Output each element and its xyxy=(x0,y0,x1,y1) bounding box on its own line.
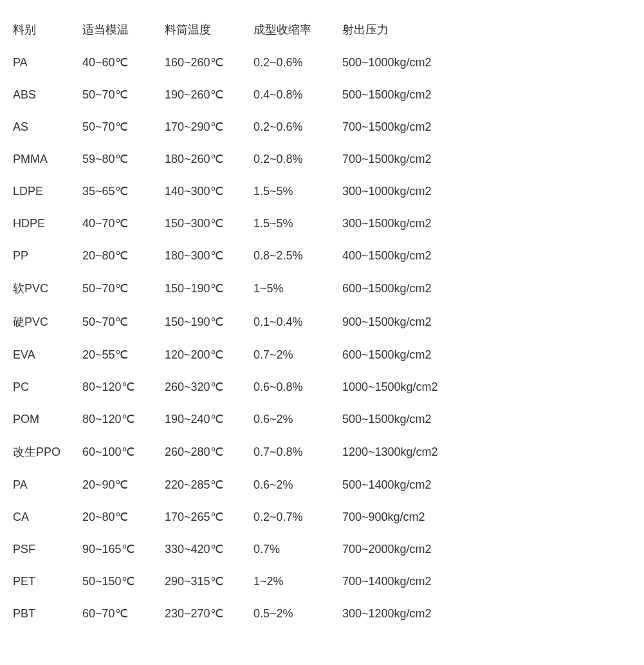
table-row: PP20~80℃180~300℃0.8~2.5%400~1500kg/cm2 xyxy=(13,239,476,272)
cell-material: PP xyxy=(13,239,82,272)
header-barrel-temp: 料筒温度 xyxy=(165,13,253,46)
cell-material: LDPE xyxy=(13,175,82,207)
cell-mold-temp: 20~90℃ xyxy=(82,469,165,501)
cell-mold-temp: 50~70℃ xyxy=(82,305,165,339)
table-row: 硬PVC50~70℃150~190℃0.1~0.4%900~1500kg/cm2 xyxy=(13,305,476,339)
table-row: HDPE40~70℃150~300℃1.5~5%300~1500kg/cm2 xyxy=(13,207,476,239)
table-row: PA40~60℃160~260℃0.2~0.6%500~1000kg/cm2 xyxy=(13,46,476,79)
table-row: 软PVC50~70℃150~190℃1~5%600~1500kg/cm2 xyxy=(13,272,476,305)
table-row: AS50~70℃170~290℃0.2~0.6%700~1500kg/cm2 xyxy=(13,111,476,143)
cell-barrel-temp: 330~420℃ xyxy=(165,533,253,565)
cell-shrinkage: 0.4~0.8% xyxy=(253,79,342,111)
cell-pressure: 700~1500kg/cm2 xyxy=(342,143,476,175)
cell-pressure: 700~2000kg/cm2 xyxy=(342,533,476,565)
cell-barrel-temp: 150~300℃ xyxy=(165,207,253,239)
table-row: PC80~120℃260~320℃0.6~0.8%1000~1500kg/cm2 xyxy=(13,371,476,403)
cell-mold-temp: 50~70℃ xyxy=(82,272,165,305)
cell-material: PET xyxy=(13,565,82,597)
cell-barrel-temp: 140~300℃ xyxy=(165,175,253,207)
cell-barrel-temp: 180~260℃ xyxy=(165,143,253,175)
cell-material: PA xyxy=(13,469,82,501)
cell-mold-temp: 20~80℃ xyxy=(82,239,165,272)
cell-material: EVA xyxy=(13,339,82,371)
cell-shrinkage: 0.7% xyxy=(253,533,342,565)
cell-mold-temp: 50~70℃ xyxy=(82,111,165,143)
cell-shrinkage: 0.6~0.8% xyxy=(253,371,342,403)
cell-barrel-temp: 230~270℃ xyxy=(165,597,253,630)
cell-material: PSF xyxy=(13,533,82,565)
cell-barrel-temp: 220~285℃ xyxy=(165,469,253,501)
cell-material: PBT xyxy=(13,597,82,630)
cell-pressure: 700~1500kg/cm2 xyxy=(342,111,476,143)
cell-shrinkage: 1~2% xyxy=(253,565,342,597)
cell-mold-temp: 60~100℃ xyxy=(82,435,165,469)
cell-shrinkage: 0.2~0.8% xyxy=(253,143,342,175)
cell-pressure: 700~900kg/cm2 xyxy=(342,501,476,533)
cell-mold-temp: 59~80℃ xyxy=(82,143,165,175)
cell-barrel-temp: 290~315℃ xyxy=(165,565,253,597)
table-row: EVA20~55℃120~200℃0.7~2%600~1500kg/cm2 xyxy=(13,339,476,371)
cell-shrinkage: 0.1~0.4% xyxy=(253,305,342,339)
cell-barrel-temp: 180~300℃ xyxy=(165,239,253,272)
cell-shrinkage: 0.7~2% xyxy=(253,339,342,371)
cell-mold-temp: 50~70℃ xyxy=(82,79,165,111)
cell-shrinkage: 0.7~0.8% xyxy=(253,435,342,469)
cell-pressure: 300~1200kg/cm2 xyxy=(342,597,476,630)
cell-barrel-temp: 190~260℃ xyxy=(165,79,253,111)
cell-pressure: 500~1500kg/cm2 xyxy=(342,79,476,111)
cell-pressure: 500~1000kg/cm2 xyxy=(342,46,476,79)
cell-material: ABS xyxy=(13,79,82,111)
cell-material: PA xyxy=(13,46,82,79)
table-row: 改生PPO60~100℃260~280℃0.7~0.8%1200~1300kg/… xyxy=(13,435,476,469)
header-pressure: 射出压力 xyxy=(342,13,476,46)
cell-pressure: 300~1500kg/cm2 xyxy=(342,207,476,239)
cell-mold-temp: 40~70℃ xyxy=(82,207,165,239)
table-body: PA40~60℃160~260℃0.2~0.6%500~1000kg/cm2AB… xyxy=(13,46,476,630)
cell-barrel-temp: 160~260℃ xyxy=(165,46,253,79)
cell-material: 硬PVC xyxy=(13,305,82,339)
cell-pressure: 500~1400kg/cm2 xyxy=(342,469,476,501)
header-mold-temp: 适当模温 xyxy=(82,13,165,46)
cell-pressure: 700~1400kg/cm2 xyxy=(342,565,476,597)
table-row: CA20~80℃170~265℃0.2~0.7%700~900kg/cm2 xyxy=(13,501,476,533)
cell-barrel-temp: 170~265℃ xyxy=(165,501,253,533)
cell-shrinkage: 1.5~5% xyxy=(253,175,342,207)
cell-pressure: 1200~1300kg/cm2 xyxy=(342,435,476,469)
table-row: PSF90~165℃330~420℃0.7%700~2000kg/cm2 xyxy=(13,533,476,565)
cell-pressure: 400~1500kg/cm2 xyxy=(342,239,476,272)
cell-mold-temp: 50~150℃ xyxy=(82,565,165,597)
table-row: PBT60~70℃230~270℃0.5~2%300~1200kg/cm2 xyxy=(13,597,476,630)
cell-pressure: 300~1000kg/cm2 xyxy=(342,175,476,207)
header-material: 料别 xyxy=(13,13,82,46)
cell-material: PC xyxy=(13,371,82,403)
cell-barrel-temp: 120~200℃ xyxy=(165,339,253,371)
cell-barrel-temp: 260~280℃ xyxy=(165,435,253,469)
cell-shrinkage: 1.5~5% xyxy=(253,207,342,239)
cell-material: 软PVC xyxy=(13,272,82,305)
table-header-row: 料别 适当模温 料筒温度 成型收缩率 射出压力 xyxy=(13,13,476,46)
cell-mold-temp: 40~60℃ xyxy=(82,46,165,79)
table-row: PA20~90℃220~285℃0.6~2%500~1400kg/cm2 xyxy=(13,469,476,501)
cell-material: AS xyxy=(13,111,82,143)
table-row: POM80~120℃190~240℃0.6~2%500~1500kg/cm2 xyxy=(13,403,476,435)
cell-shrinkage: 0.5~2% xyxy=(253,597,342,630)
table-row: ABS50~70℃190~260℃0.4~0.8%500~1500kg/cm2 xyxy=(13,79,476,111)
header-shrinkage: 成型收缩率 xyxy=(253,13,342,46)
cell-pressure: 500~1500kg/cm2 xyxy=(342,403,476,435)
cell-material: 改生PPO xyxy=(13,435,82,469)
cell-material: HDPE xyxy=(13,207,82,239)
cell-material: CA xyxy=(13,501,82,533)
cell-pressure: 600~1500kg/cm2 xyxy=(342,272,476,305)
cell-barrel-temp: 260~320℃ xyxy=(165,371,253,403)
cell-pressure: 900~1500kg/cm2 xyxy=(342,305,476,339)
cell-mold-temp: 80~120℃ xyxy=(82,371,165,403)
cell-shrinkage: 0.2~0.6% xyxy=(253,46,342,79)
cell-material: POM xyxy=(13,403,82,435)
cell-mold-temp: 20~80℃ xyxy=(82,501,165,533)
cell-shrinkage: 1~5% xyxy=(253,272,342,305)
cell-pressure: 600~1500kg/cm2 xyxy=(342,339,476,371)
cell-mold-temp: 35~65℃ xyxy=(82,175,165,207)
cell-shrinkage: 0.8~2.5% xyxy=(253,239,342,272)
cell-pressure: 1000~1500kg/cm2 xyxy=(342,371,476,403)
cell-barrel-temp: 150~190℃ xyxy=(165,305,253,339)
